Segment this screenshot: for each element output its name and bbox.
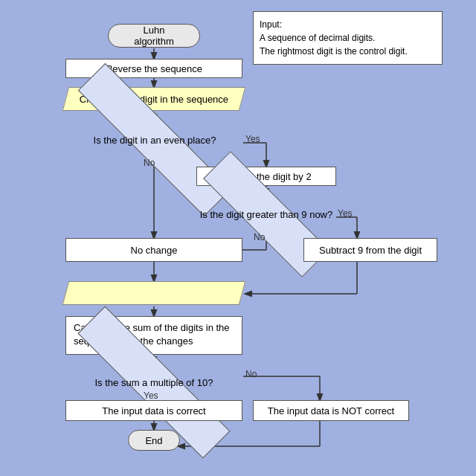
even-place-label: Is the digit in an even place? <box>91 132 219 149</box>
greater9-diamond: Is the digit greater than 9 now? <box>196 195 336 234</box>
correct-shape: The input data is correct <box>65 400 242 421</box>
not-correct-shape: The input data is NOT correct <box>253 400 409 421</box>
no-label-1: No <box>144 158 155 168</box>
info-line-2: A sequence of decimal digits. <box>260 31 436 45</box>
start-shape: Luhn algorithm <box>108 24 200 48</box>
end-label: End <box>145 435 162 446</box>
correct-label: The input data is correct <box>102 405 205 416</box>
yes-label-2: Yes <box>338 208 353 219</box>
parallelogram2-shape <box>62 281 246 305</box>
no-label-3: No <box>245 369 257 379</box>
info-box: Input: A sequence of decimal digits. The… <box>253 11 443 65</box>
no-label-2: No <box>254 232 265 242</box>
yes-label-3: Yes <box>144 390 158 401</box>
end-shape: End <box>128 430 180 451</box>
info-line-1: Input: <box>260 18 436 31</box>
subtract9-shape: Subtract 9 from the digit <box>303 238 437 262</box>
yes-label-1: Yes <box>245 134 260 144</box>
no-change-shape: No change <box>65 238 242 262</box>
not-correct-label: The input data is NOT correct <box>268 405 394 416</box>
start-label: Luhn algorithm <box>123 25 184 47</box>
subtract9-label: Subtract 9 from the digit <box>319 245 422 256</box>
multiple10-label: Is the sum a multiple of 10? <box>92 374 216 391</box>
no-change-label: No change <box>131 245 178 256</box>
info-line-3: The rightmost digit is the control digit… <box>260 45 436 58</box>
reverse-label: Reverse the sequence <box>106 63 202 74</box>
greater9-label: Is the digit greater than 9 now? <box>197 206 336 223</box>
even-place-diamond: Is the digit in an even place? <box>65 120 244 159</box>
